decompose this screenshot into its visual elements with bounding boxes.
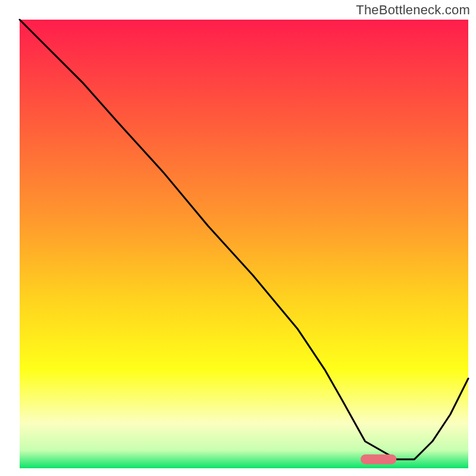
chart-svg: [0, 0, 476, 476]
marker-pill: [361, 455, 396, 465]
chart-container: TheBottleneck.com: [0, 0, 476, 476]
